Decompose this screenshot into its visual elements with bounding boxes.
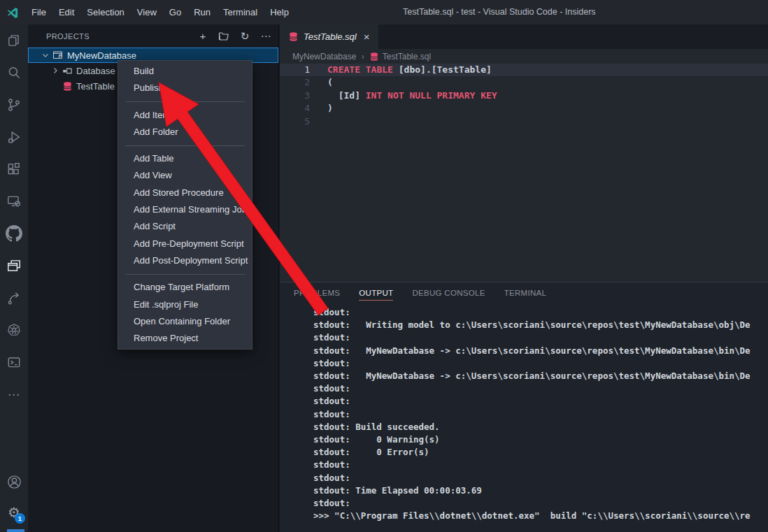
sidebar-header: PROJECTS + ↻ ⋯ (28, 24, 278, 48)
menu-item-add-stored-procedure[interactable]: Add Stored Procedure (118, 185, 252, 201)
menu-item-add-external-streaming-job[interactable]: Add External Streaming Job (118, 201, 252, 218)
tree-item-label: Database (76, 66, 115, 76)
menu-item-edit-sqlproj-file[interactable]: Edit .sqlproj File (118, 296, 252, 313)
code-line-4: 4) (280, 102, 768, 115)
menu-item-add-folder[interactable]: Add Folder (118, 124, 252, 141)
menu-item-add-post-deployment-script[interactable]: Add Post-Deployment Script (118, 252, 252, 269)
output-line: stdout: Time Elapsed 00:00:03.69 (313, 484, 768, 497)
close-icon[interactable]: × (362, 31, 372, 43)
menu-go[interactable]: Go (163, 0, 187, 24)
menu-item-add-item[interactable]: Add Item... (118, 107, 252, 124)
menu-terminal[interactable]: Terminal (217, 0, 264, 24)
code-line-3: 3 [Id] INT NOT NULL PRIMARY KEY (280, 89, 768, 102)
line-content (310, 115, 327, 128)
menu-run[interactable]: Run (187, 0, 217, 24)
menu-item-build[interactable]: Build (118, 63, 252, 80)
refresh-icon[interactable]: ↻ (238, 29, 252, 43)
line-content: ) (310, 102, 333, 115)
extensions-icon[interactable] (0, 153, 28, 185)
menu-help[interactable]: Help (264, 0, 295, 24)
chevron-down-icon[interactable] (40, 51, 51, 59)
editor-area: TestTable.sql × MyNewDatabase › TestTabl… (280, 24, 768, 282)
tab-testtable-sql[interactable]: TestTable.sql × (280, 24, 378, 49)
line-content: CREATE TABLE [dbo].[TestTable] (310, 64, 492, 76)
tree-item-label: MyNewDatabase (67, 50, 136, 61)
database-references-icon (62, 66, 73, 76)
chevron-right-icon[interactable] (50, 66, 61, 75)
code-line-5: 5 (280, 115, 768, 128)
tab-output[interactable]: OUTPUT (359, 282, 393, 303)
output-line: >>> "C:\\Program Files\\dotnet\\dotnet.e… (313, 510, 768, 522)
line-number: 5 (280, 115, 310, 128)
activity-bar-bottom: ⚙ 1 (0, 466, 28, 528)
sql-project-icon (52, 50, 64, 61)
tab-problems[interactable]: PROBLEMS (294, 282, 340, 303)
menu-selection[interactable]: Selection (80, 0, 130, 24)
more-actions-icon[interactable]: ⋯ (259, 29, 273, 43)
breadcrumb-file-label: TestTable.sql (383, 52, 431, 62)
menu-view[interactable]: View (131, 0, 163, 24)
menu-item-add-pre-deployment-script[interactable]: Add Pre-Deployment Script (118, 236, 252, 252)
tab-debug-console[interactable]: DEBUG CONSOLE (412, 282, 485, 303)
output-line: stdout: MyNewDatabase -> c:\Users\scoria… (313, 370, 768, 382)
search-icon[interactable] (0, 57, 28, 89)
output-line: stdout: (313, 472, 768, 484)
status-bar-sliver (7, 529, 24, 532)
tab-terminal[interactable]: TERMINAL (504, 282, 547, 303)
menu-item-publish[interactable]: Publish (118, 80, 252, 96)
menu-item-add-view[interactable]: Add View (118, 167, 252, 184)
more-views-icon[interactable]: ⋯ (0, 378, 28, 410)
line-number: 2 (280, 76, 310, 89)
line-content: [Id] INT NOT NULL PRIMARY KEY (310, 89, 497, 102)
menu-separator (125, 274, 245, 275)
database-projects-icon[interactable] (0, 250, 28, 282)
output-line: stdout: Build succeeded. (313, 421, 768, 433)
code-line-1: 1CREATE TABLE [dbo].[TestTable] (280, 64, 768, 76)
menu-edit[interactable]: Edit (52, 0, 80, 24)
menu-item-remove-project[interactable]: Remove Project (118, 330, 252, 347)
github-icon[interactable] (0, 217, 28, 250)
add-project-icon[interactable]: + (196, 29, 210, 43)
kubernetes-icon[interactable] (0, 314, 28, 346)
context-menu: BuildPublishAdd Item...Add FolderAdd Tab… (118, 60, 253, 350)
run-debug-icon[interactable] (0, 121, 28, 153)
output-line: stdout: 0 Warning(s) (313, 433, 768, 446)
source-control-icon[interactable] (0, 89, 28, 121)
menu-item-change-target-platform[interactable]: Change Target Platform (118, 279, 252, 296)
output-line: stdout: Writing model to c:\Users\scoria… (313, 319, 768, 331)
menu-file[interactable]: File (25, 0, 52, 24)
menu-separator (125, 101, 245, 102)
menu-separator (125, 145, 245, 146)
tab-label: TestTable.sql (304, 31, 357, 42)
line-number: 4 (280, 102, 310, 115)
output-line: stdout: 0 Error(s) (313, 446, 768, 459)
output-line: stdout: MyNewDatabase -> c:\Users\scoria… (313, 345, 768, 357)
line-content: ( (310, 76, 333, 89)
output-console[interactable]: stdout:stdout: Writing model to c:\Users… (280, 303, 768, 532)
title-bar: File Edit Selection View Go Run Terminal… (0, 0, 768, 24)
settings-badge: 1 (15, 513, 25, 524)
account-icon[interactable] (0, 466, 28, 497)
settings-gear-icon[interactable]: ⚙ 1 (0, 497, 28, 528)
bottom-panel: PROBLEMS OUTPUT DEBUG CONSOLE TERMINAL s… (280, 282, 768, 532)
menu-item-add-table[interactable]: Add Table (118, 150, 252, 167)
remote-explorer-icon[interactable] (0, 185, 28, 217)
chevron-right-icon: › (361, 51, 364, 62)
breadcrumb-project[interactable]: MyNewDatabase (292, 52, 356, 62)
menu-item-open-containing-folder[interactable]: Open Containing Folder (118, 313, 252, 330)
database-file-icon (288, 31, 299, 42)
output-line: stdout: (313, 382, 768, 395)
code-editor[interactable]: 1CREATE TABLE [dbo].[TestTable]2(3 [Id] … (280, 64, 768, 282)
output-line: stdout: (313, 357, 768, 370)
share-icon[interactable] (0, 282, 28, 314)
menu-item-add-script[interactable]: Add Script (118, 218, 252, 235)
breadcrumb-file[interactable]: TestTable.sql (369, 52, 431, 62)
output-line: stdout: (313, 408, 768, 421)
explorer-icon[interactable] (0, 24, 28, 57)
line-number: 3 (280, 89, 310, 102)
output-line: stdout: (313, 306, 768, 319)
open-folder-icon[interactable] (217, 29, 231, 43)
terminal-shell-icon[interactable] (0, 346, 28, 378)
tree-item-label: TestTable (76, 81, 115, 92)
output-line: stdout: (313, 331, 768, 344)
